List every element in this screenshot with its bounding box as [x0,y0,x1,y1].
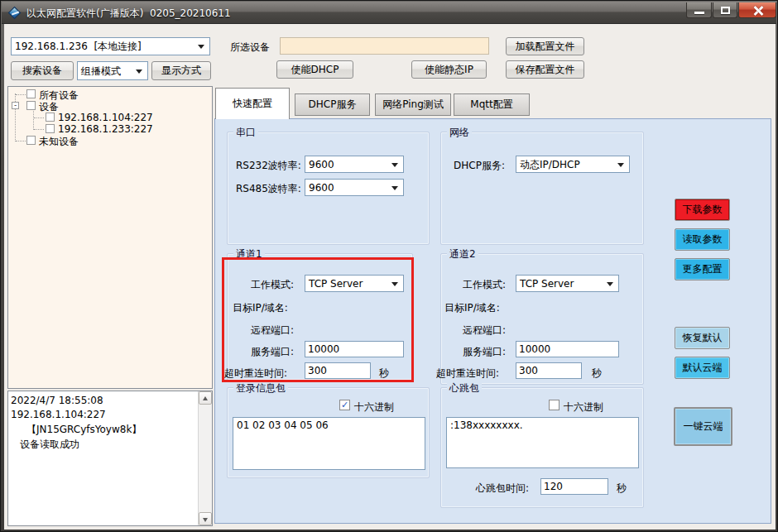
heartbeat-time-input[interactable] [540,478,608,495]
rs232-baud-select[interactable]: 9600 [305,156,404,173]
login-packet-textarea[interactable]: 01 02 03 04 05 06 [233,417,425,470]
more-config-button[interactable]: 更多配置 [675,258,730,280]
dhcp-service-label: DHCP服务: [454,159,505,173]
checkbox[interactable] [26,101,36,110]
arrow-up-icon [203,396,208,400]
timeout-label: 超时重连时间: [436,367,499,381]
tree-connector [16,141,26,141]
hex-checkbox[interactable]: ✓ [339,400,350,410]
chevron-down-icon [198,45,204,49]
login-packet-group-title: 登录信息包 [233,381,288,395]
collapse-icon[interactable]: - [12,102,19,109]
heartbeat-time-label: 心跳包时间: [476,482,529,496]
rs232-baud-label: RS232波特率: [236,159,301,173]
selected-device-input[interactable] [280,37,489,55]
chevron-down-icon [391,282,398,286]
quick-config-page: 串口 RS232波特率: 9600 RS485波特率: 9600 网络 DHCP… [214,118,771,524]
work-mode-label: 工作模式: [251,278,294,292]
download-params-button[interactable]: 下载参数 [675,199,730,221]
log-line: 【JN15GRCyfsYoyw8k】 [26,423,142,437]
chevron-down-icon [391,186,398,190]
rs485-baud-value: 9600 [309,182,334,194]
tree-item-label: 192.168.1.104:227 [58,112,153,123]
restore-defaults-button[interactable]: 恢复默认 [675,327,730,349]
remote-port-label: 远程端口: [251,324,294,338]
scroll-down-button[interactable] [199,512,212,525]
dhcp-service-select[interactable]: 动态IP/DHCP [516,156,630,173]
maximize-button[interactable] [713,2,737,18]
checkbox[interactable] [26,136,36,145]
chevron-down-icon [136,69,142,74]
save-config-button[interactable]: 保存配置文件 [506,60,584,79]
checkbox[interactable] [46,124,55,133]
network-adapter-value: 192.168.1.236 [本地连接] [15,40,142,54]
timeout-label: 超时重连时间: [224,367,287,381]
scroll-up-button[interactable] [199,391,212,405]
tree-connector [33,107,34,130]
tree-connector [34,117,44,118]
arrow-down-icon [203,518,208,522]
log-panel: 2022/4/7 18:55:08 192.168.1.104:227 【JN1… [7,391,213,526]
rs485-baud-label: RS485波特率: [236,182,301,196]
serial-group-title: 串口 [233,126,258,140]
load-config-button[interactable]: 加载配置文件 [506,37,584,55]
hex-checkbox[interactable] [549,400,559,410]
rs485-baud-select[interactable]: 9600 [305,179,404,196]
titlebar[interactable]: 以太网配置软件(广播版本) 0205_20210611 [2,2,776,24]
server-port-label: 服务端口: [251,345,294,359]
channel2-group: 通道2 工作模式: TCP Server 目标IP/域名: 远程端口: 服务端口… [440,253,644,385]
default-cloud-button[interactable]: 默认云端 [675,357,730,379]
channel2-work-mode-select[interactable]: TCP Server [516,275,619,292]
tab-ping-test[interactable]: 网络Ping测试 [375,93,451,116]
app-icon [8,7,22,20]
channel2-timeout-input[interactable] [516,362,582,379]
hex-label: 十六进制 [354,400,394,415]
seconds-unit: 秒 [592,367,602,381]
maximize-icon [721,7,730,14]
channel1-work-mode-select[interactable]: TCP Server [305,275,404,292]
enable-static-ip-button[interactable]: 使能静态IP [411,60,487,79]
chevron-down-icon [617,163,624,167]
seconds-unit: 秒 [379,367,389,381]
target-ip-label: 目标IP/域名: [444,301,500,315]
cast-mode-select[interactable]: 组播模式 [77,61,148,80]
log-line: 设备读取成功 [20,438,79,452]
checkbox[interactable] [26,89,36,98]
onekey-cloud-button[interactable]: 一键云端 [674,407,732,446]
work-mode-value: TCP Server [520,278,574,290]
read-params-button[interactable]: 读取参数 [675,228,730,251]
minimize-button[interactable] [686,2,712,18]
close-icon [753,6,763,16]
channel1-timeout-input[interactable] [305,362,371,379]
channel2-server-port-input[interactable] [516,341,619,357]
search-devices-button[interactable]: 搜索设备 [11,61,74,80]
chevron-down-icon [391,163,398,167]
window-title: 以太网配置软件(广播版本) 0205_20210611 [26,7,231,21]
log-line: 2022/4/7 18:55:08 [11,395,103,406]
checkbox[interactable] [46,113,55,122]
hex-label: 十六进制 [564,400,603,415]
device-tree: 所有设备 - 设备 192.168.1.104:227 192.168.1.23… [7,86,213,389]
work-mode-label: 工作模式: [463,278,506,292]
app-window: 以太网配置软件(广播版本) 0205_20210611 192.168.1.23… [0,0,778,532]
heartbeat-textarea[interactable]: :138xxxxxxxx. [446,417,639,468]
login-packet-group: 登录信息包 ✓ 十六进制 01 02 03 04 05 06 [227,387,430,478]
close-button[interactable] [738,2,776,18]
selected-device-label: 所选设备 [230,41,270,55]
network-group: 网络 DHCP服务: 动态IP/DHCP [440,132,644,245]
channel1-server-port-input[interactable] [305,341,404,357]
network-group-title: 网络 [447,126,472,140]
server-port-label: 服务端口: [463,345,506,359]
tab-dhcp-service[interactable]: DHCP服务 [295,93,370,116]
enable-dhcp-button[interactable]: 使能DHCP [276,60,353,79]
tree-item-label: 未知设备 [39,135,79,149]
cast-mode-value: 组播模式 [81,64,121,78]
serial-group: 串口 RS232波特率: 9600 RS485波特率: 9600 [227,132,430,245]
log-scrollbar[interactable] [198,391,212,525]
tab-mqtt-config[interactable]: Mqtt配置 [454,93,530,116]
remote-port-label: 远程端口: [463,324,506,338]
display-mode-button[interactable]: 显示方式 [151,61,211,80]
log-line: 192.168.1.104:227 [11,409,106,420]
tab-quick-config[interactable]: 快速配置 [215,88,290,119]
network-adapter-select[interactable]: 192.168.1.236 [本地连接] [11,37,210,55]
